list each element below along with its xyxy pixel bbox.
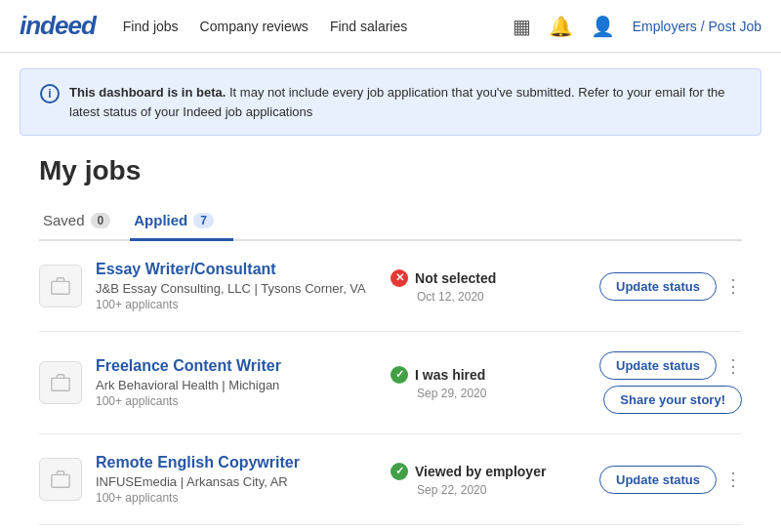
job-actions-row: Update status ⋮ [599, 466, 742, 494]
job-status: ✕ Not selected Oct 12, 2020 [390, 269, 586, 304]
company-logo-icon [39, 361, 82, 404]
nav-find-salaries[interactable]: Find salaries [330, 19, 407, 34]
job-actions-row: Update status ⋮ [599, 272, 742, 301]
notifications-icon[interactable]: 🔔 [549, 15, 573, 38]
page-title: My jobs [39, 155, 742, 186]
status-label: Not selected [415, 270, 496, 286]
job-item: Remote English Copywriter INFUSEmedia | … [39, 434, 742, 525]
job-item: Freelance Content Writer Ark Behavioral … [39, 332, 742, 434]
update-status-button[interactable]: Update status [599, 466, 717, 494]
nav-find-jobs[interactable]: Find jobs [123, 19, 179, 34]
svg-rect-2 [52, 378, 69, 390]
status-date: Sep 22, 2020 [417, 483, 586, 497]
info-icon: i [40, 84, 60, 103]
more-options-icon[interactable]: ⋮ [724, 355, 742, 377]
main-content: My jobs Saved 0 Applied 7 Essay Writer/C… [0, 155, 781, 532]
job-title[interactable]: Remote English Copywriter [96, 454, 377, 471]
company-logo-icon [39, 265, 82, 307]
job-info: Remote English Copywriter INFUSEmedia | … [96, 454, 377, 505]
job-applicants: 100+ applicants [96, 394, 377, 408]
tab-saved-count: 0 [91, 213, 111, 228]
job-item: Freelance Copywriter From Stressed To Bl… [39, 525, 742, 532]
job-actions: Update status ⋮ [599, 466, 742, 494]
indeed-logo[interactable]: indeed [20, 11, 96, 41]
status-line: ✕ Not selected [390, 269, 586, 287]
tab-saved[interactable]: Saved 0 [39, 202, 130, 241]
tabs: Saved 0 Applied 7 [39, 202, 742, 241]
header: indeed Find jobs Company reviews Find sa… [0, 0, 781, 53]
tab-applied-label: Applied [134, 212, 187, 228]
tab-saved-label: Saved [43, 212, 85, 228]
share-story-button[interactable]: Share your story! [603, 386, 742, 414]
beta-banner-text: This dashboard is in beta. It may not in… [69, 83, 741, 121]
status-icon: ✕ [390, 269, 408, 287]
more-options-icon[interactable]: ⋮ [724, 469, 742, 490]
header-right: ▦ 🔔 👤 Employers / Post Job [513, 15, 761, 38]
job-company: INFUSEmedia | Arkansas City, AR [96, 474, 377, 489]
job-title[interactable]: Freelance Content Writer [96, 357, 377, 375]
update-status-button[interactable]: Update status [599, 351, 717, 380]
job-status: ✓ Viewed by employer Sep 22, 2020 [390, 463, 586, 497]
svg-rect-4 [52, 474, 69, 487]
header-left: indeed Find jobs Company reviews Find sa… [20, 11, 407, 41]
status-line: ✓ I was hired [390, 366, 586, 384]
job-item: Essay Writer/Consultant J&B Essay Consul… [39, 241, 742, 332]
job-status: ✓ I was hired Sep 29, 2020 [390, 366, 586, 400]
status-label: I was hired [415, 367, 485, 383]
status-icon: ✓ [390, 463, 408, 480]
job-list: Essay Writer/Consultant J&B Essay Consul… [39, 241, 742, 532]
status-date: Oct 12, 2020 [417, 290, 586, 304]
job-company: Ark Behavioral Health | Michigan [96, 378, 377, 392]
nav-links: Find jobs Company reviews Find salaries [123, 19, 407, 34]
svg-rect-0 [52, 281, 69, 294]
job-company: J&B Essay Consulting, LLC | Tysons Corne… [96, 281, 377, 296]
status-line: ✓ Viewed by employer [390, 463, 586, 480]
tab-applied[interactable]: Applied 7 [130, 202, 233, 241]
more-options-icon[interactable]: ⋮ [724, 275, 742, 297]
status-icon: ✓ [390, 366, 408, 384]
messages-icon[interactable]: ▦ [513, 15, 531, 38]
update-status-button[interactable]: Update status [599, 272, 717, 301]
status-date: Sep 29, 2020 [417, 387, 586, 400]
job-actions: Update status ⋮ Share your story! [599, 351, 742, 414]
profile-icon[interactable]: 👤 [591, 15, 615, 38]
job-actions-row: Update status ⋮ [599, 351, 742, 380]
nav-company-reviews[interactable]: Company reviews [200, 19, 308, 34]
job-actions: Update status ⋮ [599, 272, 742, 301]
tab-applied-count: 7 [193, 213, 214, 228]
status-label: Viewed by employer [415, 464, 546, 479]
job-info: Freelance Content Writer Ark Behavioral … [96, 357, 377, 408]
company-logo-icon [39, 458, 82, 501]
job-applicants: 100+ applicants [96, 491, 377, 505]
job-applicants: 100+ applicants [96, 298, 377, 311]
employers-post-job-link[interactable]: Employers / Post Job [633, 19, 761, 34]
beta-banner-bold: This dashboard is in beta. [69, 85, 226, 100]
beta-banner: i This dashboard is in beta. It may not … [20, 68, 761, 136]
job-info: Essay Writer/Consultant J&B Essay Consul… [96, 261, 377, 311]
job-title[interactable]: Essay Writer/Consultant [96, 261, 377, 278]
